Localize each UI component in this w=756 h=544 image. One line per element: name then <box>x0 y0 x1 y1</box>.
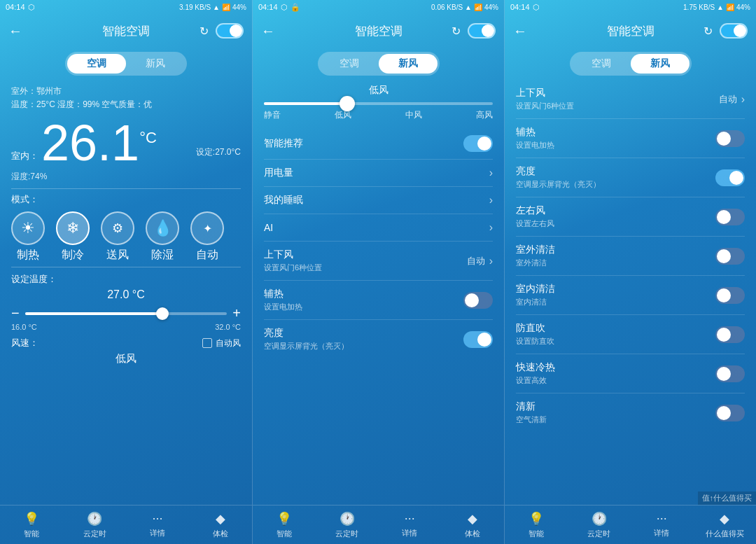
temp-max: 32.0 °C <box>215 323 241 331</box>
toggle-leftright-3[interactable] <box>715 209 745 225</box>
setting-title-indoor-clean-3: 室内清洁 <box>516 283 555 295</box>
page-title-2: 智能空调 <box>355 23 402 39</box>
detail-icon-3: ··· <box>657 511 667 526</box>
auto-wind-text: 自动风 <box>216 337 241 349</box>
nav-timer-label-3: 云定时 <box>587 529 610 539</box>
humidity: 湿度:74% <box>11 171 241 183</box>
toggle-outdoor-clean-3[interactable] <box>715 248 745 265</box>
nav-smart-1[interactable]: 💡 智能 <box>0 511 63 539</box>
speed-1: 3.19 KB/S <box>179 4 211 11</box>
nav-check-1[interactable]: ◆ 体检 <box>189 511 252 539</box>
tab-xinfeng-2[interactable]: 新风 <box>379 54 438 74</box>
temp-decrease-button[interactable]: − <box>11 305 20 321</box>
toggle-indoor-clean-3[interactable] <box>715 287 745 304</box>
nav-smart-2[interactable]: 💡 智能 <box>253 511 316 539</box>
nav-timer-1[interactable]: 🕐 云定时 <box>63 511 126 539</box>
toggle-brightness[interactable] <box>463 331 493 348</box>
setting-heat-assist: 辅热 设置电加热 <box>264 281 493 320</box>
refresh-icon-2[interactable]: ↻ <box>451 25 461 38</box>
setting-heat-3: 辅热 设置电加热 <box>516 119 745 158</box>
mode-chushi[interactable]: 💧 除湿 <box>146 211 179 263</box>
nav-detail-3[interactable]: ··· 详情 <box>631 511 694 538</box>
bluetooth-icon-1: ⬡ <box>28 3 35 12</box>
auto-wind-checkbox[interactable] <box>202 338 212 348</box>
setting-electricity[interactable]: 用电量 › <box>264 160 493 187</box>
toggle-no-direct-3[interactable] <box>715 326 745 343</box>
mode-zhire[interactable]: ☀ 制热 <box>11 211 45 263</box>
nav-check-2[interactable]: ◆ 体检 <box>441 511 504 539</box>
check-icon-2: ◆ <box>468 511 477 526</box>
tab-xinfeng-3[interactable]: 新风 <box>631 54 690 74</box>
nav-timer-3[interactable]: 🕐 云定时 <box>568 511 631 539</box>
setting-fast-cool-heat-3: 快速冷热 设置高效 <box>516 354 745 393</box>
refresh-icon-1[interactable]: ↻ <box>200 25 209 38</box>
nav-smart-3[interactable]: 💡 智能 <box>505 511 568 539</box>
toggle-brightness-3[interactable] <box>715 169 745 186</box>
tab-kongtiao-3[interactable]: 空调 <box>572 54 631 74</box>
setting-updown-wind: 上下风 设置风门6种位置 自动 › <box>264 242 493 281</box>
back-button-1[interactable]: ← <box>8 23 22 39</box>
check-icon-3: ◆ <box>720 511 729 526</box>
mode-zhileng[interactable]: ❄ 制冷 <box>56 211 90 263</box>
mode-songfeng[interactable]: ⚙ 送风 <box>101 211 134 263</box>
nav-check-3[interactable]: ◆ 什么值得买 <box>693 511 756 539</box>
nav-detail-2[interactable]: ··· 详情 <box>379 511 442 538</box>
temp-increase-button[interactable]: + <box>232 305 241 321</box>
nav-timer-label-1: 云定时 <box>83 529 106 539</box>
time-2: 04:14 <box>258 3 278 11</box>
nav-detail-1[interactable]: ··· 详情 <box>126 511 189 538</box>
tab-xinfeng-1[interactable]: 新风 <box>126 54 185 74</box>
wind-speed-label: 低风 <box>369 84 388 97</box>
mode-section: 模式： ☀ 制热 ❄ 制冷 ⚙ 送风 💧 除湿 <box>11 193 241 263</box>
setting-title-leftright-3: 左右风 <box>516 204 554 217</box>
back-button-3[interactable]: ← <box>513 23 527 39</box>
setting-title-updown: 上下风 <box>264 249 322 261</box>
mode-zidong[interactable]: ✦ 自动 <box>190 211 224 263</box>
wind-scale: 静音 低风 中风 高风 <box>264 109 493 121</box>
toggle-heat-3[interactable] <box>715 130 745 147</box>
setting-title-brightness-3: 亮度 <box>516 165 601 178</box>
setting-sub-fast-3: 设置高效 <box>516 375 555 386</box>
setting-sub-no-direct-3: 设置防直吹 <box>516 336 554 347</box>
set-temp-value: 27.0 °C <box>11 288 241 301</box>
wifi-icon-1: ▲ <box>213 4 220 11</box>
smart-icon-3: 💡 <box>528 511 544 526</box>
mode-zidong-label: 自动 <box>196 248 218 263</box>
mode-zhileng-label: 制冷 <box>62 248 84 263</box>
indoor-temp: 26.1 <box>41 118 139 168</box>
wind-level-2: 中风 <box>405 109 422 121</box>
toggle-fresh-3[interactable] <box>715 405 745 421</box>
setting-title-ai: AI <box>264 222 273 233</box>
mode-chushi-label: 除湿 <box>151 248 174 263</box>
wind-speed-slider[interactable] <box>264 102 493 105</box>
temp-slider[interactable] <box>25 312 227 315</box>
back-button-2[interactable]: ← <box>261 23 275 39</box>
wind-value: 低风 <box>11 352 241 365</box>
setting-sub-updown: 设置风门6种位置 <box>264 263 322 273</box>
tab-bar-2: 空调 新风 <box>253 48 504 80</box>
wind-section: 风速： 自动风 低风 <box>11 337 241 365</box>
nav-timer-2[interactable]: 🕐 云定时 <box>316 511 379 539</box>
status-bar-1: 04:14 ⬡ 3.19 KB/S ▲ 📶 44% <box>0 0 252 14</box>
chevron-sleep: › <box>489 194 493 207</box>
setting-sleep[interactable]: 我的睡眠 › <box>264 187 493 214</box>
wifi-icon-3: ▲ <box>717 4 724 11</box>
header-1: ← 智能空调 ↻ <box>0 14 252 48</box>
time-3: 04:14 <box>510 3 530 11</box>
nav-detail-label-3: 详情 <box>654 528 669 538</box>
setting-sub-heat: 设置电加热 <box>264 302 302 312</box>
nav-timer-label-2: 云定时 <box>335 529 358 539</box>
refresh-icon-3[interactable]: ↻ <box>704 25 713 38</box>
toggle-heat[interactable] <box>463 292 493 309</box>
setting-ai[interactable]: AI › <box>264 214 493 242</box>
power-toggle-1[interactable] <box>216 23 244 39</box>
tab-kongtiao-2[interactable]: 空调 <box>320 54 379 74</box>
tab-kongtiao-1[interactable]: 空调 <box>67 54 126 74</box>
power-toggle-3[interactable] <box>720 23 748 39</box>
mode-zhire-label: 制热 <box>17 248 39 263</box>
toggle-fast-3[interactable] <box>715 365 745 382</box>
chevron-updown-3: › <box>741 93 745 106</box>
toggle-smart-recommend[interactable] <box>463 135 493 152</box>
temp-min: 16.0 °C <box>11 323 37 331</box>
power-toggle-2[interactable] <box>468 23 496 39</box>
